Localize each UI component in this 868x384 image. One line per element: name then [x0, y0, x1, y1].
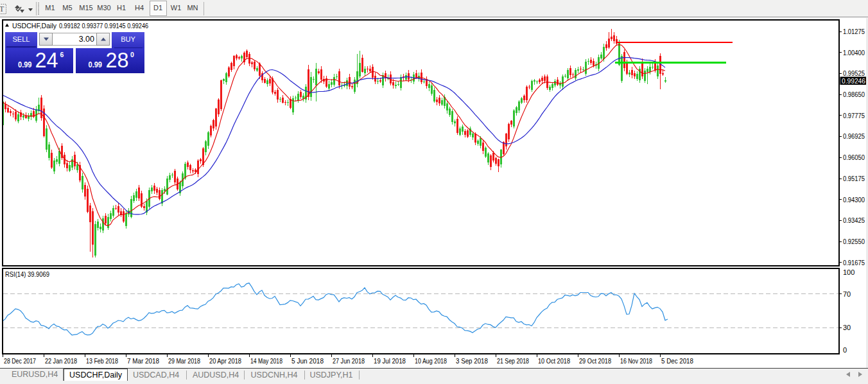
svg-text:16 Nov 2018: 16 Nov 2018 [620, 357, 652, 365]
svg-text:29 Oct 2018: 29 Oct 2018 [579, 357, 611, 365]
svg-text:RSI(14) 39.9069: RSI(14) 39.9069 [5, 270, 49, 278]
svg-text:0.99: 0.99 [18, 60, 32, 69]
svg-text:21 Sep 2018: 21 Sep 2018 [497, 357, 529, 365]
svg-text:5 Dec 2018: 5 Dec 2018 [661, 357, 693, 365]
svg-text:0.95175: 0.95175 [843, 175, 865, 182]
svg-text:T: T [0, 4, 4, 13]
svg-text:0.94300: 0.94300 [843, 196, 865, 204]
svg-text:30: 30 [843, 324, 851, 331]
svg-text:6: 6 [60, 51, 64, 58]
svg-text:10 Aug 2018: 10 Aug 2018 [415, 357, 447, 365]
svg-text:0.99182 0.99377 0.99145 0.9924: 0.99182 0.99377 0.99145 0.99246 [59, 22, 148, 30]
svg-text:1.00400: 1.00400 [843, 49, 865, 57]
svg-text:0.98650: 0.98650 [843, 91, 865, 98]
svg-text:100: 100 [843, 268, 855, 276]
svg-text:70: 70 [843, 290, 851, 298]
svg-text:0: 0 [843, 346, 847, 354]
svg-text:0.92550: 0.92550 [843, 238, 865, 245]
svg-text:29 Mar 2018: 29 Mar 2018 [168, 357, 200, 365]
svg-text:7 Mar 2018: 7 Mar 2018 [127, 357, 159, 365]
svg-text:0.99525: 0.99525 [843, 69, 865, 77]
svg-text:0.97775: 0.97775 [843, 112, 865, 119]
svg-text:0.96050: 0.96050 [843, 153, 865, 161]
svg-text:USDCHF,Daily: USDCHF,Daily [12, 22, 56, 30]
svg-text:20 Apr 2018: 20 Apr 2018 [209, 357, 241, 365]
svg-text:5 Jun 2018: 5 Jun 2018 [291, 357, 324, 365]
svg-text:28: 28 [106, 48, 129, 72]
svg-text:10 Oct 2018: 10 Oct 2018 [538, 357, 570, 365]
svg-text:1.01275: 1.01275 [843, 28, 865, 35]
svg-text:0.96925: 0.96925 [843, 132, 865, 140]
svg-text:22 Jan 2018: 22 Jan 2018 [45, 357, 77, 365]
svg-text:14 May 2018: 14 May 2018 [250, 357, 282, 365]
svg-text:0.99246: 0.99246 [842, 77, 865, 85]
svg-text:0.93425: 0.93425 [843, 216, 865, 224]
svg-text:0: 0 [130, 51, 134, 58]
svg-text:28 Dec 2017: 28 Dec 2017 [4, 357, 36, 365]
svg-text:13 Feb 2018: 13 Feb 2018 [86, 357, 118, 365]
svg-text:19 Jul 2018: 19 Jul 2018 [374, 357, 406, 365]
svg-text:27 Jun 2018: 27 Jun 2018 [333, 357, 365, 365]
svg-text:0.91675: 0.91675 [843, 259, 865, 266]
svg-text:24: 24 [35, 48, 58, 72]
svg-text:3 Sep 2018: 3 Sep 2018 [456, 357, 488, 365]
svg-text:0.99: 0.99 [89, 60, 103, 69]
